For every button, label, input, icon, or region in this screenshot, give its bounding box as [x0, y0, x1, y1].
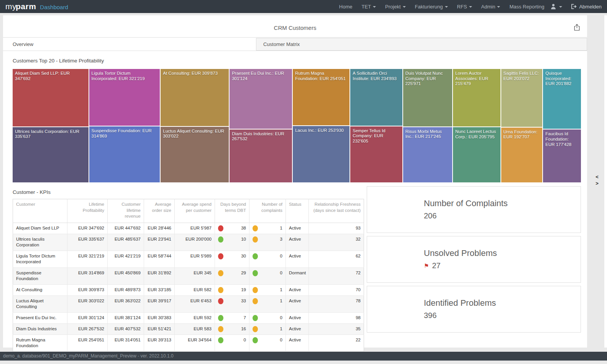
treemap-tile-label: Praesent Eu Dui Inc.: EUR 301'124	[230, 69, 292, 81]
treemap-tile[interactable]: Rutrum Magna Foundation: EUR 254'051	[293, 69, 349, 125]
right-edge-panel	[604, 15, 607, 348]
cell-avg_spend: EUR 200'000	[175, 234, 215, 251]
status-dot-yellow	[218, 270, 223, 276]
treemap-tile[interactable]: Quisque Incorporated: EUR 201'882	[543, 69, 581, 129]
kpi-table-title: Customer - KPIs	[13, 189, 51, 195]
treemap-tile[interactable]: Urna Foundation: EUR 192'707	[501, 128, 543, 182]
tab-customer-matrix[interactable]: Customer Matrix	[256, 38, 587, 51]
cell-value: 30	[241, 253, 246, 259]
user-menu-button[interactable]	[550, 3, 562, 10]
treemap-tile-label: Urna Foundation: EUR 192'707	[501, 128, 543, 140]
treemap-tile[interactable]: Ligula Tortor Dictum Incorporated: EUR 3…	[89, 69, 160, 126]
cell-lifetime_revenue: EUR 450'869	[108, 267, 144, 284]
treemap-tile-label: Quisque Incorporated: EUR 201'882	[543, 69, 581, 87]
export-button[interactable]	[573, 23, 581, 31]
treemap-tile-label: Aliquet Diam Sed LLP: EUR 347'692	[13, 69, 89, 81]
treemap-tile-label: Semper Tellus Id Company: EUR 232'605	[350, 126, 402, 144]
cell-value: 38	[241, 225, 246, 231]
column-header-lifetime_revenue: Customer lifetime revenue	[108, 199, 144, 223]
treemap-tile-label: Lacus Inc.: EUR 253'930	[293, 126, 349, 133]
treemap-tile[interactable]: Luctus Aliquet Consulting: EUR 303'022	[161, 127, 229, 182]
treemap-tile[interactable]: Semper Tellus Id Company: EUR 232'605	[350, 126, 402, 182]
cell-avg_order_size: EUR 39'313	[144, 334, 175, 351]
status-dot-green	[218, 315, 223, 321]
status-dot-yellow	[253, 287, 258, 293]
column-header-freshness: Relationship Freshness (days since last …	[309, 199, 364, 223]
cell-avg_spend: EUR 345	[175, 267, 215, 284]
cell-dbt: 38	[215, 223, 249, 234]
cell-freshness: 35	[309, 323, 364, 334]
treemap-tile[interactable]: Ultrices Iaculis Corporation: EUR 335'63…	[13, 127, 89, 182]
cell-lifetime_profitability: EUR 347'692	[67, 223, 108, 234]
cell-customer: Ultrices Iaculis Corporation	[13, 234, 67, 251]
cell-avg_order_size: EUR 33'185	[144, 284, 175, 295]
kpi-card-number-of-complaints[interactable]: Number of Complaints206	[367, 186, 581, 233]
treemap-tile[interactable]: Lorem Auctor Associates: EUR 215'479	[453, 69, 500, 126]
cell-value: 1	[280, 225, 282, 231]
cell-avg_order_size: EUR 51'421	[144, 323, 175, 334]
treemap-tile-label: Ultrices Iaculis Corporation: EUR 335'63…	[13, 127, 89, 139]
nav-item-tet[interactable]: TET	[362, 4, 376, 10]
column-header-dbt: Days beyond terms DBT	[215, 199, 249, 223]
treemap-tile[interactable]: Sagittis Felis LLC: EUR 203'072	[501, 69, 543, 127]
overview-content: Customers Top 20 - Lifetime Profitabilit…	[3, 51, 587, 348]
status-dot-green	[253, 270, 258, 276]
chevron-down-icon	[559, 6, 562, 8]
flag-icon: ⚑	[424, 263, 429, 269]
cell-complaints: 0	[249, 267, 286, 284]
kpi-card-unsolved-problems[interactable]: Unsolved Problems⚑27	[367, 236, 581, 283]
cell-value: 19	[241, 287, 246, 293]
cell-avg_order_size: EUR 23'941	[144, 234, 175, 251]
cell-freshness: 32	[309, 234, 364, 251]
export-icon	[573, 23, 581, 31]
app-logo[interactable]: myparm Dashboard	[5, 2, 68, 11]
cell-value: 0	[280, 337, 282, 343]
status-dot-yellow	[253, 236, 258, 243]
column-header-avg_spend: Average spend per customer	[175, 199, 215, 223]
treemap-tile[interactable]: Suspendisse Foundation: EUR 314'869	[89, 126, 160, 182]
nav-item-home[interactable]: Home	[339, 4, 353, 10]
cell-avg_order_size: EUR 39'917	[144, 295, 175, 312]
nav-item-projekt[interactable]: Projekt	[385, 4, 405, 10]
cell-value: 0	[244, 337, 246, 343]
nav-item-admin[interactable]: Admin	[481, 4, 500, 10]
treemap-tile[interactable]: Risus Morbi Metus Inc.: EUR 217'245	[403, 127, 452, 182]
cell-avg_spend: EUR 582	[175, 284, 215, 295]
nav-item-rfs[interactable]: RFS	[457, 4, 472, 10]
treemap-tile-label: A Sollicitudin Orci Institute: EUR 234'8…	[350, 69, 402, 81]
cell-complaints: 1	[249, 323, 286, 334]
logo-subtitle: Dashboard	[40, 4, 68, 10]
cell-customer: Diam Duis Industries	[13, 323, 67, 334]
treemap-tile[interactable]: Nunc Laoreet Lectus Corp.: EUR 205'795	[453, 127, 500, 182]
kpi-card-identified-problems[interactable]: Identified Problems396	[367, 286, 581, 333]
cell-status: Active	[286, 284, 309, 295]
treemap-tile[interactable]: Lacus Inc.: EUR 253'930	[293, 126, 349, 182]
cell-lifetime_revenue: EUR 485'637	[108, 234, 144, 251]
treemap-column: Lorem Auctor Associates: EUR 215'479Nunc…	[453, 69, 500, 182]
treemap-tile[interactable]: At Consulting: EUR 309'873	[161, 69, 229, 126]
pager-right-icon[interactable]: >	[593, 180, 601, 187]
treemap-tile[interactable]: Aliquet Diam Sed LLP: EUR 347'692	[13, 69, 89, 126]
treemap-tile[interactable]: Praesent Eu Dui Inc.: EUR 301'124	[230, 69, 292, 129]
treemap-column: Duis Volutpat Nunc Company: EUR 225'971R…	[403, 69, 452, 182]
tab-overview[interactable]: Overview	[3, 38, 266, 51]
cell-lifetime_profitability: EUR 267'532	[67, 323, 108, 334]
treemap-tile[interactable]: A Sollicitudin Orci Institute: EUR 234'8…	[350, 69, 402, 126]
pager-left-icon[interactable]: <	[593, 174, 601, 180]
treemap-tile-label: Faucibus Id Foundation: EUR 177'428	[543, 130, 581, 147]
tab-bar: Overview Customer Matrix	[3, 37, 587, 51]
nav-item-fakturierung[interactable]: Fakturierung	[415, 4, 448, 10]
nav-item-mass-reporting[interactable]: Mass Reporting	[509, 4, 544, 10]
logout-button[interactable]: Abmelden	[571, 3, 602, 10]
treemap-tile[interactable]: Duis Volutpat Nunc Company: EUR 225'971	[403, 69, 452, 126]
treemap-tile[interactable]: Diam Duis Industries: EUR 267'532	[230, 130, 292, 182]
treemap-tile-label: Sagittis Felis LLC: EUR 203'072	[501, 69, 543, 81]
table-row: Aliquet Diam Sed LLPEUR 347'692EUR 447'6…	[13, 223, 364, 234]
treemap-column: A Sollicitudin Orci Institute: EUR 234'8…	[350, 69, 402, 182]
kpi-card-value: 27	[432, 261, 440, 270]
treemap-tile[interactable]: Faucibus Id Foundation: EUR 177'428	[543, 130, 581, 182]
column-header-customer: Customer	[13, 199, 67, 223]
cell-status: Active	[286, 251, 309, 267]
treemap-tile-label: Diam Duis Industries: EUR 267'532	[230, 130, 292, 142]
cell-value: 3	[280, 236, 282, 243]
